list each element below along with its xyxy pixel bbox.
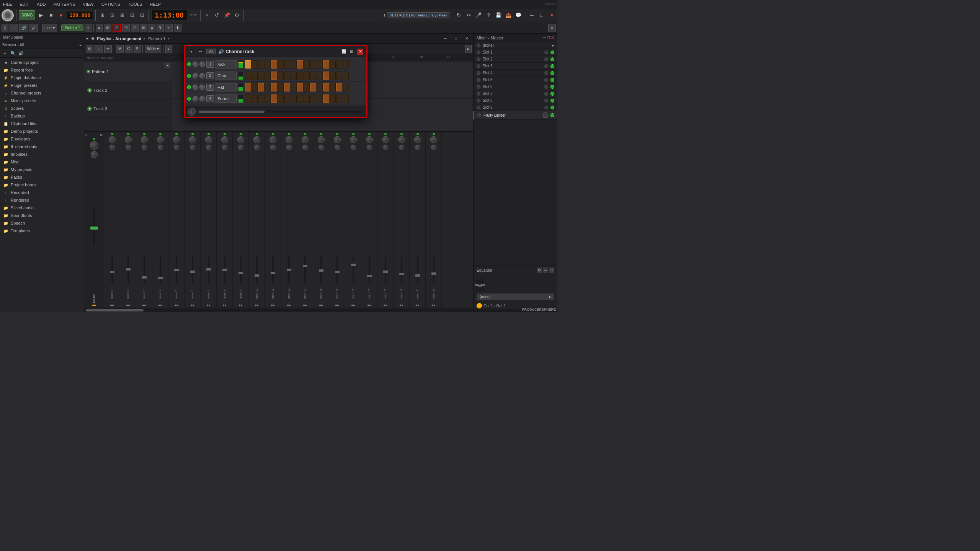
cr-scrollbar-thumb[interactable]	[199, 111, 265, 113]
insert-vol-knob-17[interactable]	[366, 136, 373, 143]
insert-pan-knob-15[interactable]	[335, 145, 340, 150]
play-btn[interactable]: ▶	[37, 11, 45, 20]
slot4[interactable]: Slot 4	[474, 70, 557, 77]
line-select[interactable]: Line ▾	[42, 24, 57, 32]
hat-pad-11[interactable]	[310, 83, 316, 91]
hat-led[interactable]	[187, 85, 191, 89]
cr-filter-btn[interactable]: All	[206, 49, 216, 54]
clap-pad-4[interactable]	[265, 72, 271, 80]
pattern1-menu-btn[interactable]: ▾	[165, 63, 170, 68]
browser-search-btn[interactable]: 🔍	[10, 50, 16, 57]
sidebar-item-rendered[interactable]: ↑ Rendered	[0, 196, 84, 204]
kick-pad-16[interactable]	[343, 60, 349, 68]
menu-help[interactable]: HELP	[148, 1, 162, 7]
snare-pad-3[interactable]	[258, 95, 264, 103]
clap-pad-1[interactable]	[245, 72, 251, 80]
hat-pad-2[interactable]	[252, 83, 258, 91]
hat-pad-6[interactable]	[278, 83, 284, 91]
snap-icon2[interactable]: ⊕	[91, 36, 95, 41]
clap-pad-12[interactable]	[317, 72, 323, 80]
cr-scrollbar[interactable]	[199, 111, 363, 113]
playlist-tb-mute[interactable]: M	[116, 45, 124, 53]
insert-fader-11[interactable]	[271, 272, 275, 274]
sidebar-item-sliced-audio[interactable]: 📁 Sliced audio	[0, 204, 84, 212]
cr-close-btn[interactable]: ✕	[357, 49, 363, 55]
download-btn[interactable]: ⬇	[174, 24, 181, 32]
hat-pad-13[interactable]	[323, 83, 329, 91]
slot3[interactable]: Slot 3	[474, 63, 557, 70]
export-icon[interactable]: 📤	[504, 11, 513, 20]
save-icon[interactable]: 💾	[494, 11, 503, 20]
insert-fader-1[interactable]	[110, 271, 114, 273]
insert-vol-knob-15[interactable]	[334, 136, 341, 143]
kick-pad-7[interactable]	[284, 60, 290, 68]
sidebar-item-templates[interactable]: 📁 Templates	[0, 227, 84, 235]
bpm-display[interactable]: 130.000	[67, 11, 93, 19]
menu-file[interactable]: FILE	[2, 1, 13, 7]
snare-pad-2[interactable]	[252, 95, 258, 103]
insert-vol-knob-11[interactable]	[270, 136, 276, 143]
cpu-icon[interactable]: ⚙	[233, 11, 241, 20]
sidebar-item-plugin-presets[interactable]: ⚡ Plugin presets	[0, 82, 84, 89]
undo-btn[interactable]: ↩	[165, 24, 173, 32]
funnel-btn[interactable]: ⊽	[157, 24, 164, 32]
insert-pan-knob-1[interactable]	[109, 145, 115, 150]
insert-fader-21[interactable]	[431, 272, 436, 275]
insert-vol-knob-10[interactable]	[253, 136, 260, 143]
tool2-icon[interactable]: ⊡	[108, 11, 116, 20]
sidebar-item-project-bones[interactable]: 📁 Project bones	[0, 181, 84, 189]
playlist-tb-move[interactable]: ↔	[95, 45, 103, 53]
piano-roll-btn[interactable]: 𝄞	[2, 24, 8, 32]
mixer-btn[interactable]: ≡	[149, 24, 155, 32]
kick-led[interactable]	[187, 62, 191, 66]
song-mode-btn[interactable]: SONG	[19, 10, 35, 20]
insert-vol-knob-14[interactable]	[318, 136, 325, 143]
snare-vol-knob[interactable]	[193, 96, 198, 101]
cr-add-channel-btn[interactable]: +	[188, 108, 196, 116]
clap-pad-16[interactable]	[343, 72, 349, 80]
kick-pad-2[interactable]	[252, 60, 258, 68]
hat-pad-3[interactable]	[258, 83, 264, 91]
arrow-btn[interactable]: →	[10, 24, 18, 32]
clap-vol-knob[interactable]	[193, 73, 198, 78]
eq-select-icon[interactable]: ▸	[549, 295, 551, 299]
snare-pad-4[interactable]	[265, 95, 271, 103]
insert-vol-knob-13[interactable]	[302, 136, 309, 143]
snare-pad-5[interactable]	[271, 95, 277, 103]
sidebar-item-soundfonts[interactable]: 📁 Soundfonts	[0, 212, 84, 219]
clap-pad-11[interactable]	[310, 72, 316, 80]
hat-name-btn[interactable]: Hat	[216, 83, 237, 91]
snare-pad-14[interactable]	[330, 95, 336, 103]
insert-pan-knob-11[interactable]	[270, 145, 276, 150]
browser-collapse-icon[interactable]: ▸	[80, 43, 82, 47]
hat-pad-1[interactable]	[245, 83, 251, 91]
master-fader-thumb[interactable]	[90, 227, 98, 230]
kick-pad-1[interactable]	[245, 60, 251, 68]
eq-fader-3[interactable]	[482, 279, 483, 292]
insert-fader-4[interactable]	[158, 277, 163, 279]
h-scrollbar[interactable]	[86, 309, 472, 311]
hat-pad-7[interactable]	[284, 83, 290, 91]
pattern1-play-btn[interactable]: ▶	[87, 70, 90, 73]
menu-add[interactable]: ADD	[35, 1, 47, 7]
insert-fader-18[interactable]	[383, 271, 388, 273]
cr-undo-btn[interactable]: ↩	[197, 48, 204, 55]
menu-view[interactable]: VIEW	[82, 1, 95, 7]
insert-pan-knob-12[interactable]	[286, 145, 292, 150]
insert-fader-12[interactable]	[287, 269, 291, 271]
mixer-minimize-btn[interactable]: ─	[543, 35, 546, 40]
clap-pad-3[interactable]	[258, 72, 264, 80]
playlist-close[interactable]: ✕	[462, 34, 471, 43]
clap-pad-10[interactable]	[304, 72, 310, 80]
group-btn[interactable]: ≡	[96, 24, 103, 32]
insert-vol-knob-20[interactable]	[414, 136, 421, 143]
playlist-tb-right[interactable]: ▸	[165, 45, 172, 53]
snare-pad-13[interactable]	[323, 95, 329, 103]
insert-vol-knob-7[interactable]	[205, 136, 212, 143]
insert-vol-knob-19[interactable]	[398, 136, 405, 143]
clap-pan-knob[interactable]	[199, 73, 205, 78]
tool3-icon[interactable]: ⊞	[118, 11, 126, 20]
insert-vol-knob-12[interactable]	[286, 136, 292, 143]
insert-pan-knob-17[interactable]	[367, 145, 372, 150]
kick-pad-6[interactable]	[278, 60, 284, 68]
